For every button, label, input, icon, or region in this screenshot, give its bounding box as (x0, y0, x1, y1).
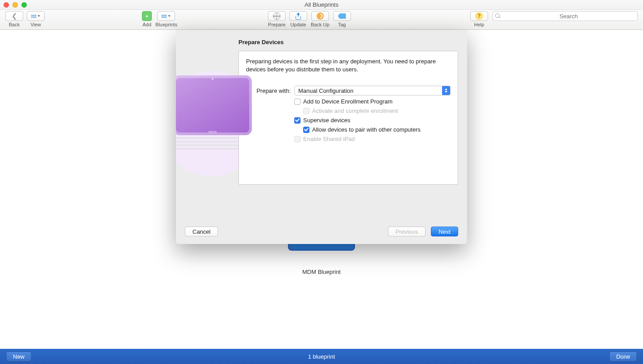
plus-icon: + (146, 13, 148, 19)
sheet-description: Preparing devices is the first step in a… (246, 58, 451, 73)
prepare-with-select[interactable]: Manual Configuration (294, 86, 451, 95)
help-label: Help (474, 22, 484, 27)
tag-icon (338, 13, 346, 19)
help-icon: ? (475, 12, 483, 20)
done-button[interactable]: Done (610, 352, 637, 361)
update-icon (295, 12, 302, 20)
content-area: MDM Blueprint Prepare Devices Preparing … (0, 30, 643, 349)
clock-icon (317, 12, 324, 20)
sheet-hero (176, 40, 238, 222)
checkbox-allow-pair-label: Allow devices to pair with other compute… (312, 126, 421, 133)
tag-button[interactable] (333, 11, 351, 21)
update-button[interactable] (289, 11, 307, 21)
tag-label: Tag (338, 22, 346, 27)
help-button[interactable]: ? (470, 11, 488, 21)
blueprints-button[interactable] (157, 11, 175, 21)
prepare-devices-sheet: Prepare Devices Preparing devices is the… (176, 30, 467, 244)
back-button[interactable]: ❮ (5, 11, 23, 21)
main-toolbar: ❮ Back View + Add Blu (0, 10, 643, 30)
search-icon (495, 13, 501, 19)
prepare-button[interactable] (268, 11, 286, 21)
previous-button: Previous (388, 227, 426, 236)
window-title: All Blueprints (0, 1, 643, 8)
bottom-bar: New 1 blueprint Done (0, 349, 643, 364)
prepare-with-value: Manual Configuration (298, 87, 354, 94)
next-button[interactable]: Next (431, 227, 458, 236)
checkbox-shared-ipad-label: Enable Shared iPad (303, 136, 355, 142)
chevron-down-icon (38, 15, 40, 17)
checkbox-activate-label: Activate and complete enrollment (312, 108, 398, 114)
cancel-button[interactable]: Cancel (185, 227, 218, 236)
backup-label: Back Up (311, 22, 330, 27)
view-button[interactable] (27, 11, 45, 21)
blueprint-label: MDM Blueprint (288, 269, 355, 275)
window-titlebar: All Blueprints (0, 0, 643, 10)
checkbox-shared-ipad (294, 136, 301, 142)
globe-icon (273, 12, 280, 20)
sheet-content-box: Preparing devices is the first step in a… (238, 51, 458, 185)
back-label: Back (9, 22, 20, 27)
select-stepper-icon (442, 86, 450, 95)
checkbox-add-dep-label: Add to Device Enrollment Program (303, 98, 392, 105)
view-label: View (30, 22, 41, 27)
checkbox-supervise-label: Supervise devices (303, 117, 351, 124)
checkbox-allow-pair[interactable] (303, 127, 309, 133)
add-button[interactable]: + (142, 11, 152, 21)
checkbox-add-dep[interactable] (294, 99, 301, 105)
backup-button[interactable] (311, 11, 329, 21)
search-input[interactable] (493, 11, 638, 21)
blueprints-icon (162, 15, 171, 18)
checkbox-supervise[interactable] (294, 117, 301, 124)
new-button[interactable]: New (6, 352, 31, 361)
update-label: Update (290, 22, 306, 27)
prepare-with-label: Prepare with: (246, 87, 291, 94)
chevron-left-icon: ❮ (12, 12, 17, 20)
sheet-title: Prepare Devices (238, 39, 458, 46)
ipad-icon (176, 75, 252, 135)
status-text: 1 blueprint (0, 353, 643, 360)
grid-view-icon (31, 15, 40, 18)
chevron-down-icon (168, 15, 171, 17)
add-label: Add (142, 22, 151, 27)
prepare-label: Prepare (268, 22, 285, 27)
blueprints-label: Blueprints (155, 22, 177, 27)
checkbox-activate (303, 108, 309, 114)
search-field[interactable] (493, 11, 638, 21)
